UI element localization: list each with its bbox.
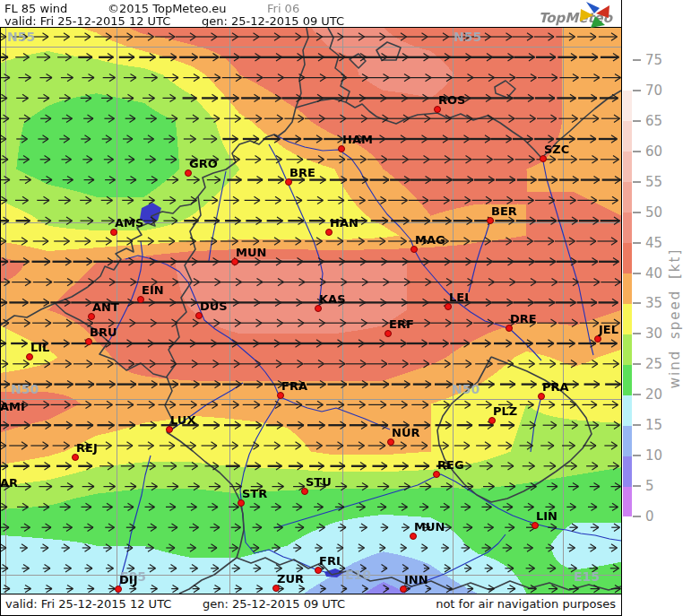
legend-color-band-35-40 <box>623 273 632 303</box>
legend-tick-label-25: 25 <box>645 357 662 371</box>
legend-color-band-25-30 <box>623 334 632 364</box>
city-label: BER <box>491 204 517 218</box>
legend-color-band-15-20 <box>623 395 632 425</box>
legend-tick <box>633 333 641 334</box>
city-label: ANT <box>92 300 119 314</box>
legend-tick-label-5: 5 <box>645 479 654 493</box>
legend-color-band-40-45 <box>623 243 632 273</box>
grid-label-n55: N55 <box>7 30 35 44</box>
legend-tick-label-70: 70 <box>645 83 662 98</box>
grid-label-e15: E15 <box>574 569 600 584</box>
city-label: DIJ <box>119 573 137 586</box>
footer-valid-text: valid: Fri 25-12-2015 12 UTC <box>5 597 171 611</box>
legend-color-band-55-60 <box>623 152 632 182</box>
legend-tick <box>633 59 641 61</box>
legend-tick-label-0: 0 <box>645 509 654 524</box>
legend-color-band-60-65 <box>623 121 632 152</box>
city-dot-icon <box>387 438 394 446</box>
pinwheel-green-blade <box>591 16 605 28</box>
legend-tick <box>633 242 641 244</box>
legend-color-band-10-15 <box>623 425 632 455</box>
legend-tick <box>633 485 641 487</box>
city-dot-icon <box>301 488 308 495</box>
city-label: BRE <box>290 166 315 179</box>
topmeteo-wind-map-window: FL 85 wind ©2015 TopMeteo.eu Fri 06 vali… <box>0 0 700 616</box>
legend-tick <box>633 455 641 456</box>
generated-time-text: gen: 25-12-2015 09 UTC <box>202 14 344 28</box>
footer-generated-text: gen: 25-12-2015 09 UTC <box>203 597 345 611</box>
city-label: FRI <box>319 554 341 568</box>
city-label: BRU <box>90 325 117 339</box>
city-label: SZC <box>544 143 569 156</box>
legend-tick <box>633 424 641 426</box>
legend-color-band-20-25 <box>623 364 632 395</box>
city-label: HAN <box>330 216 359 230</box>
footer-bar: valid: Fri 25-12-2015 12 UTC gen: 25-12-… <box>0 594 622 616</box>
topmeteo-pinwheel-icon <box>577 1 613 29</box>
city-dot-icon <box>85 338 92 345</box>
legend-tick <box>633 151 641 152</box>
legend-tick-label-40: 40 <box>645 266 662 281</box>
forecast-day-badge: Fri 06 <box>267 2 299 15</box>
city-dot-icon <box>487 217 494 224</box>
city-dot-icon <box>325 229 333 236</box>
city-dot-icon <box>385 330 392 337</box>
header-bar: FL 85 wind ©2015 TopMeteo.eu Fri 06 vali… <box>0 0 700 27</box>
city-dot-icon <box>488 417 496 424</box>
city-label: FRA <box>281 379 307 393</box>
city-dot-icon <box>115 586 122 593</box>
legend-tick-label-15: 15 <box>645 418 662 432</box>
city-dot-icon <box>277 392 284 399</box>
legend-tick <box>633 363 641 365</box>
legend-axis-title: wind speed [kt] <box>667 248 683 389</box>
city-dot-icon <box>238 499 245 507</box>
city-label: ERF <box>389 317 414 331</box>
page-title: FL 85 wind <box>4 2 67 15</box>
legend-tick <box>633 212 641 213</box>
city-dot-icon <box>231 258 238 265</box>
legend-color-band-30-35 <box>623 303 632 334</box>
copyright-text: ©2015 TopMeteo.eu <box>108 2 227 15</box>
city-label: PRA <box>542 380 569 394</box>
city-dot-icon <box>594 335 601 343</box>
legend-tick-label-35: 35 <box>645 296 662 310</box>
city-label: LUX <box>170 413 195 427</box>
city-label: PLZ <box>493 404 517 418</box>
city-label: ROS <box>438 93 465 107</box>
city-dot-icon <box>185 169 192 177</box>
city-dot-icon <box>110 229 117 236</box>
city-dot-icon <box>137 296 144 303</box>
city-label: NUR <box>392 426 419 439</box>
legend-tick <box>633 181 641 183</box>
legend-tick-label-45: 45 <box>645 236 662 250</box>
city-label: DUS <box>200 299 228 313</box>
city-label: GRO <box>189 157 218 170</box>
city-label: MAG <box>415 233 445 247</box>
city-label: INN <box>404 573 428 586</box>
city-label: STU <box>306 475 332 489</box>
legend-tick-label-60: 60 <box>645 144 662 159</box>
city-dot-icon <box>400 586 407 593</box>
legend-tick <box>633 302 641 304</box>
city-dot-icon <box>410 246 418 253</box>
legend-tick <box>633 273 641 274</box>
city-label: AR <box>0 476 18 490</box>
city-label: AMS <box>115 216 143 230</box>
city-label: REG <box>437 458 464 472</box>
city-label: ZUR <box>277 572 304 586</box>
city-dot-icon <box>445 303 452 310</box>
legend-tick <box>633 516 641 517</box>
legend-color-band-0-5 <box>623 486 632 516</box>
legend-tick-label-10: 10 <box>645 448 662 463</box>
city-dot-icon <box>285 178 292 186</box>
city-label: KAS <box>319 292 346 306</box>
city-label: EIN <box>142 283 164 297</box>
legend-tick-label-75: 75 <box>645 53 662 67</box>
legend-color-band-5-10 <box>623 455 632 486</box>
legend-color-band-45-50 <box>623 213 632 243</box>
city-dot-icon <box>315 305 322 312</box>
city-label: STR <box>242 487 267 500</box>
city-dot-icon <box>506 325 513 332</box>
city-dot-icon <box>531 522 539 529</box>
city-label: AMI <box>0 400 25 413</box>
